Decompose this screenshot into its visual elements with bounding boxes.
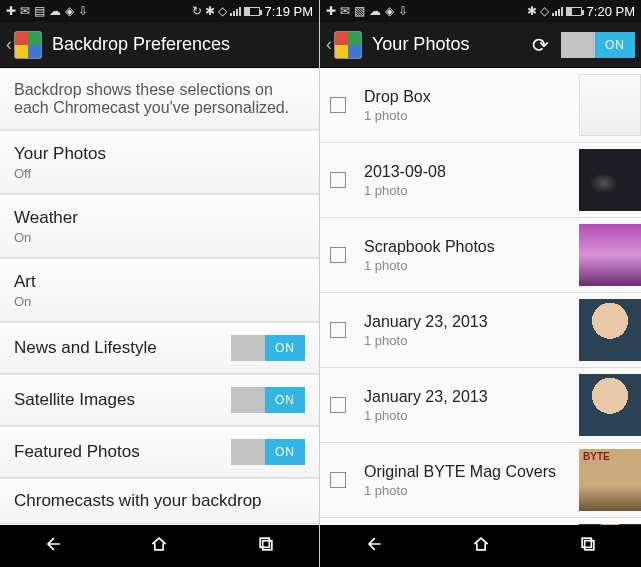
album-title: Scrapbook Photos bbox=[364, 238, 579, 256]
album-sub: 1 photo bbox=[364, 408, 579, 423]
checkbox[interactable] bbox=[330, 247, 346, 263]
svg-rect-2 bbox=[582, 538, 591, 547]
nav-recent-icon[interactable] bbox=[558, 528, 618, 564]
page-title: Backdrop Preferences bbox=[52, 34, 313, 55]
tag-icon: ◈ bbox=[65, 5, 74, 17]
album-sub: 1 photo bbox=[364, 183, 579, 198]
wifi-icon: ◇ bbox=[540, 5, 549, 17]
album-row[interactable]: Drop Box 1 photo bbox=[320, 68, 641, 143]
album-sub: 1 photo bbox=[364, 108, 579, 123]
download-icon: ⇩ bbox=[398, 5, 408, 17]
code-icon: ▧ bbox=[354, 5, 365, 17]
refresh-icon[interactable]: ⟳ bbox=[528, 29, 553, 61]
phone-right: ✚ ✉ ▧ ☁ ◈ ⇩ ✱ ◇ 7:20 PM ‹ Your Photos ⟳ … bbox=[320, 0, 641, 567]
checkbox[interactable] bbox=[330, 322, 346, 338]
action-bar: ‹ Backdrop Preferences bbox=[0, 22, 319, 68]
pref-chromecasts-backdrop[interactable]: Chromecasts with your backdrop bbox=[0, 478, 319, 524]
album-thumbnail bbox=[579, 449, 641, 511]
album-thumbnail bbox=[579, 374, 641, 436]
pref-label: News and Lifestyle bbox=[14, 338, 157, 358]
album-title: January 23, 2013 bbox=[364, 388, 579, 406]
svg-rect-3 bbox=[584, 541, 593, 550]
toggle-switch[interactable]: ON bbox=[231, 439, 305, 465]
album-title: January 23, 2013 bbox=[364, 313, 579, 331]
mail-icon: ✉ bbox=[20, 5, 30, 17]
nav-bar bbox=[0, 525, 319, 567]
status-time: 7:20 PM bbox=[587, 4, 635, 19]
master-toggle[interactable]: ON bbox=[561, 32, 635, 58]
pref-label: Featured Photos bbox=[14, 442, 140, 462]
album-thumbnail bbox=[579, 299, 641, 361]
tag-icon: ◈ bbox=[385, 5, 394, 17]
pref-sublabel: On bbox=[14, 230, 78, 245]
pref-featured-photos[interactable]: Featured Photos ON bbox=[0, 426, 319, 478]
album-sub: 1 photo bbox=[364, 483, 579, 498]
toggle-switch[interactable]: ON bbox=[231, 387, 305, 413]
phone-left: ✚ ✉ ▤ ☁ ◈ ⇩ ↻ ✱ ◇ 7:19 PM ‹ Backdrop Pre… bbox=[0, 0, 320, 567]
pref-sublabel: Off bbox=[14, 166, 106, 181]
square-icon: ▤ bbox=[34, 5, 45, 17]
vibrate-icon: ✱ bbox=[527, 5, 537, 17]
pref-art[interactable]: Art On bbox=[0, 258, 319, 322]
nav-recent-icon[interactable] bbox=[236, 528, 296, 564]
signal-icon bbox=[230, 6, 241, 16]
album-title: 2013-09-08 bbox=[364, 163, 579, 181]
back-icon[interactable]: ‹ bbox=[6, 34, 12, 55]
sync-icon: ↻ bbox=[192, 5, 202, 17]
album-row[interactable]: 2013-09-08 1 photo bbox=[320, 143, 641, 218]
toggle-state: ON bbox=[265, 335, 305, 361]
albums-list: Drop Box 1 photo 2013-09-08 1 photo Scra… bbox=[320, 68, 641, 525]
vibrate-icon: ✱ bbox=[205, 5, 215, 17]
album-thumbnail bbox=[579, 74, 641, 136]
album-sub: 1 photo bbox=[364, 333, 579, 348]
album-row[interactable]: Original BYTE Mag Covers 1 photo bbox=[320, 443, 641, 518]
toggle-state: ON bbox=[595, 32, 635, 58]
description-text: Backdrop shows these selections on each … bbox=[0, 68, 319, 130]
nav-home-icon[interactable] bbox=[451, 528, 511, 564]
battery-icon bbox=[244, 7, 260, 16]
pref-satellite-images[interactable]: Satellite Images ON bbox=[0, 374, 319, 426]
signal-icon bbox=[552, 6, 563, 16]
app-icon[interactable] bbox=[14, 31, 42, 59]
album-thumbnail bbox=[579, 224, 641, 286]
pref-your-photos[interactable]: Your Photos Off bbox=[0, 130, 319, 194]
toggle-state: ON bbox=[265, 387, 305, 413]
svg-rect-0 bbox=[260, 538, 269, 547]
checkbox[interactable] bbox=[330, 97, 346, 113]
album-thumbnail bbox=[579, 149, 641, 211]
nav-bar bbox=[320, 525, 641, 567]
checkbox[interactable] bbox=[330, 172, 346, 188]
album-row[interactable]: January 23, 2013 1 photo bbox=[320, 293, 641, 368]
nav-back-icon[interactable] bbox=[23, 528, 83, 564]
album-sub: 1 photo bbox=[364, 258, 579, 273]
toggle-switch[interactable]: ON bbox=[231, 335, 305, 361]
page-title: Your Photos bbox=[372, 34, 528, 55]
album-row[interactable]: Scrapbook Photos 1 photo bbox=[320, 218, 641, 293]
cloud-icon: ☁ bbox=[369, 5, 381, 17]
album-row[interactable]: January 23, 2013 1 photo bbox=[320, 368, 641, 443]
app-icon[interactable] bbox=[334, 31, 362, 59]
album-title: Original BYTE Mag Covers bbox=[364, 463, 579, 481]
pref-label: Weather bbox=[14, 208, 78, 228]
cloud-icon: ☁ bbox=[49, 5, 61, 17]
nav-home-icon[interactable] bbox=[129, 528, 189, 564]
album-title: Drop Box bbox=[364, 88, 579, 106]
checkbox[interactable] bbox=[330, 472, 346, 488]
nav-back-icon[interactable] bbox=[344, 528, 404, 564]
checkbox[interactable] bbox=[330, 397, 346, 413]
svg-rect-1 bbox=[262, 541, 271, 550]
album-row[interactable]: June 30, 2011 bbox=[320, 518, 641, 525]
pref-news-lifestyle[interactable]: News and Lifestyle ON bbox=[0, 322, 319, 374]
back-icon[interactable]: ‹ bbox=[326, 34, 332, 55]
preferences-list: Backdrop shows these selections on each … bbox=[0, 68, 319, 525]
wifi-icon: ◇ bbox=[218, 5, 227, 17]
plus-icon: ✚ bbox=[326, 5, 336, 17]
pref-weather[interactable]: Weather On bbox=[0, 194, 319, 258]
pref-label: Art bbox=[14, 272, 36, 292]
status-time: 7:19 PM bbox=[265, 4, 313, 19]
pref-sublabel: On bbox=[14, 294, 36, 309]
mail-icon: ✉ bbox=[340, 5, 350, 17]
pref-label: Satellite Images bbox=[14, 390, 135, 410]
status-bar: ✚ ✉ ▤ ☁ ◈ ⇩ ↻ ✱ ◇ 7:19 PM bbox=[0, 0, 319, 22]
pref-label: Your Photos bbox=[14, 144, 106, 164]
